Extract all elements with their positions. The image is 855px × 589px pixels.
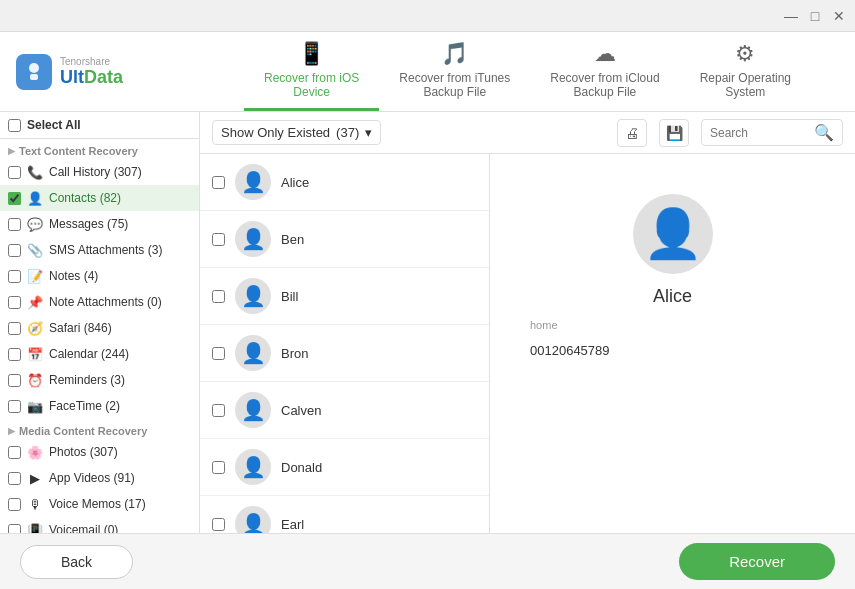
sidebar-item-notes[interactable]: 📝 Notes (4)	[0, 263, 199, 289]
maximize-button[interactable]: □	[807, 8, 823, 24]
alice-name: Alice	[281, 175, 309, 190]
sidebar-item-sms-attachments[interactable]: 📎 SMS Attachments (3)	[0, 237, 199, 263]
calendar-icon: 📅	[27, 346, 43, 362]
tab-repair[interactable]: ⚙ Repair OperatingSystem	[680, 32, 811, 111]
note-attachments-checkbox[interactable]	[8, 296, 21, 309]
sidebar-item-app-videos[interactable]: ▶ App Videos (91)	[0, 465, 199, 491]
tab-ios-device[interactable]: 📱 Recover from iOSDevice	[244, 32, 379, 111]
tab-ios-label: Recover from iOSDevice	[264, 71, 359, 99]
call-history-label: Call History (307)	[49, 165, 142, 179]
select-all-checkbox[interactable]	[8, 119, 21, 132]
list-detail: 👤 Alice 👤 Ben 👤 Bill 👤 Bron	[200, 154, 855, 533]
call-history-checkbox[interactable]	[8, 166, 21, 179]
calven-name: Calven	[281, 403, 321, 418]
sidebar-item-calendar[interactable]: 📅 Calendar (244)	[0, 341, 199, 367]
list-item[interactable]: 👤 Bill	[200, 268, 489, 325]
sidebar-item-voicemail[interactable]: 📳 Voicemail (0)	[0, 517, 199, 533]
detail-name: Alice	[653, 286, 692, 307]
list-item[interactable]: 👤 Earl	[200, 496, 489, 533]
voicemail-icon: 📳	[27, 522, 43, 533]
sidebar-item-note-attachments[interactable]: 📌 Note Attachments (0)	[0, 289, 199, 315]
bron-checkbox[interactable]	[212, 347, 225, 360]
bill-name: Bill	[281, 289, 298, 304]
recover-button[interactable]: Recover	[679, 543, 835, 580]
safari-checkbox[interactable]	[8, 322, 21, 335]
text-content-header: ▶ Text Content Recovery	[0, 139, 199, 159]
donald-checkbox[interactable]	[212, 461, 225, 474]
ben-name: Ben	[281, 232, 304, 247]
bill-checkbox[interactable]	[212, 290, 225, 303]
sidebar-item-safari[interactable]: 🧭 Safari (846)	[0, 315, 199, 341]
window-controls: — □ ✕	[783, 8, 847, 24]
sidebar-item-contacts[interactable]: 👤 Contacts (82)	[0, 185, 199, 211]
call-history-icon: 📞	[27, 164, 43, 180]
print-icon: 🖨	[625, 125, 639, 141]
calven-checkbox[interactable]	[212, 404, 225, 417]
notes-icon: 📝	[27, 268, 43, 284]
repair-icon: ⚙	[735, 41, 755, 67]
print-button[interactable]: 🖨	[617, 119, 647, 147]
list-item[interactable]: 👤 Alice	[200, 154, 489, 211]
safari-icon: 🧭	[27, 320, 43, 336]
tab-itunes[interactable]: 🎵 Recover from iTunesBackup File	[379, 32, 530, 111]
detail-pane: 👤 Alice home 00120645789	[490, 154, 855, 533]
note-attachments-icon: 📌	[27, 294, 43, 310]
messages-checkbox[interactable]	[8, 218, 21, 231]
earl-checkbox[interactable]	[212, 518, 225, 531]
close-button[interactable]: ✕	[831, 8, 847, 24]
sidebar-item-voice-memos[interactable]: 🎙 Voice Memos (17)	[0, 491, 199, 517]
search-box: 🔍	[701, 119, 843, 146]
reminders-checkbox[interactable]	[8, 374, 21, 387]
ben-checkbox[interactable]	[212, 233, 225, 246]
filter-count: (37)	[336, 125, 359, 140]
filter-chevron-icon: ▾	[365, 125, 372, 140]
contacts-checkbox[interactable]	[8, 192, 21, 205]
app-videos-icon: ▶	[27, 470, 43, 486]
facetime-checkbox[interactable]	[8, 400, 21, 413]
logo-product: UltData	[60, 67, 123, 88]
notes-checkbox[interactable]	[8, 270, 21, 283]
calendar-checkbox[interactable]	[8, 348, 21, 361]
header: Tenorshare UltData 📱 Recover from iOSDev…	[0, 32, 855, 112]
sms-attachments-checkbox[interactable]	[8, 244, 21, 257]
list-item[interactable]: 👤 Ben	[200, 211, 489, 268]
expand-icon: ▶	[8, 146, 15, 156]
sms-attachments-icon: 📎	[27, 242, 43, 258]
sms-attachments-label: SMS Attachments (3)	[49, 243, 162, 257]
search-input[interactable]	[710, 126, 810, 140]
voice-memos-checkbox[interactable]	[8, 498, 21, 511]
notes-label: Notes (4)	[49, 269, 98, 283]
contact-list: 👤 Alice 👤 Ben 👤 Bill 👤 Bron	[200, 154, 490, 533]
list-item[interactable]: 👤 Calven	[200, 382, 489, 439]
alice-avatar: 👤	[235, 164, 271, 200]
contacts-icon: 👤	[27, 190, 43, 206]
sidebar-item-call-history[interactable]: 📞 Call History (307)	[0, 159, 199, 185]
sidebar-item-messages[interactable]: 💬 Messages (75)	[0, 211, 199, 237]
minimize-button[interactable]: —	[783, 8, 799, 24]
back-button[interactable]: Back	[20, 545, 133, 579]
voice-memos-icon: 🎙	[27, 496, 43, 512]
alice-checkbox[interactable]	[212, 176, 225, 189]
facetime-label: FaceTime (2)	[49, 399, 120, 413]
messages-icon: 💬	[27, 216, 43, 232]
voicemail-checkbox[interactable]	[8, 524, 21, 534]
select-all-row[interactable]: Select All	[0, 112, 199, 139]
itunes-icon: 🎵	[441, 41, 468, 67]
tab-icloud[interactable]: ☁ Recover from iCloudBackup File	[530, 32, 679, 111]
list-item[interactable]: 👤 Bron	[200, 325, 489, 382]
media-content-label: Media Content Recovery	[19, 425, 147, 437]
sidebar-item-photos[interactable]: 🌸 Photos (307)	[0, 439, 199, 465]
nav-tabs: 📱 Recover from iOSDevice 🎵 Recover from …	[200, 32, 855, 111]
filter-dropdown[interactable]: Show Only Existed (37) ▾	[212, 120, 381, 145]
sidebar-item-reminders[interactable]: ⏰ Reminders (3)	[0, 367, 199, 393]
list-item[interactable]: 👤 Donald	[200, 439, 489, 496]
sidebar-item-facetime[interactable]: 📷 FaceTime (2)	[0, 393, 199, 419]
app-videos-checkbox[interactable]	[8, 472, 21, 485]
photos-checkbox[interactable]	[8, 446, 21, 459]
export-button[interactable]: 💾	[659, 119, 689, 147]
bron-avatar: 👤	[235, 335, 271, 371]
search-icon: 🔍	[814, 123, 834, 142]
donald-name: Donald	[281, 460, 322, 475]
title-bar: — □ ✕	[0, 0, 855, 32]
logo-text: Tenorshare UltData	[60, 56, 123, 88]
